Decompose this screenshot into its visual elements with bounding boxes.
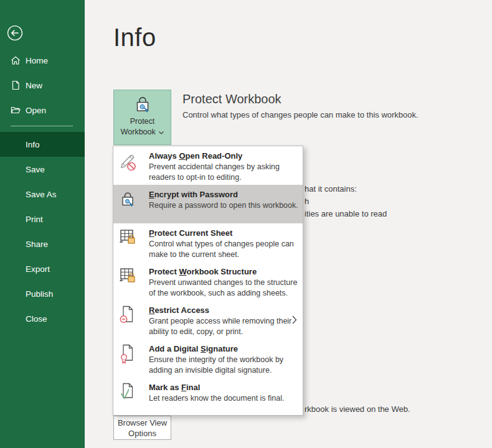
sidebar-item-label: Save As — [26, 190, 57, 199]
backstage-sidebar: Home New Open Info — [0, 0, 85, 448]
page-title: Info — [113, 24, 156, 52]
menu-item-description: readers to opt-in to editing. — [149, 172, 296, 183]
menu-item-description: ability to edit, copy, or print. — [149, 327, 296, 337]
chevron-down-icon — [159, 131, 164, 134]
menu-item-title: Add a Digital Signature — [149, 344, 296, 353]
sidebar-item-publish[interactable]: Publish — [0, 281, 85, 306]
protect-workbook-description: Control what types of changes people can… — [182, 110, 419, 119]
menu-item-always-open-read-only[interactable]: Always Open Read-Only Prevent accidental… — [113, 146, 303, 185]
menu-item-title: Protect Workbook Structure — [149, 267, 296, 276]
menu-item-add-digital-signature[interactable]: Add a Digital Signature Ensure the integ… — [113, 339, 303, 378]
sidebar-item-label: Home — [26, 56, 48, 65]
background-text-fragment: hat it contains: — [305, 184, 357, 194]
sidebar-item-save-as[interactable]: Save As — [0, 182, 85, 207]
menu-item-encrypt-with-password[interactable]: Encrypt with Password Require a password… — [113, 185, 303, 223]
background-text-fragment: ities are unable to read — [305, 209, 387, 218]
menu-item-description: Require a password to open this workbook… — [149, 200, 296, 211]
sidebar-item-label: Info — [26, 140, 40, 149]
submenu-chevron-right-icon — [292, 315, 297, 324]
sidebar-item-open[interactable]: Open — [0, 98, 85, 123]
sidebar-divider — [11, 126, 73, 126]
back-button[interactable] — [7, 25, 23, 41]
sidebar-item-info[interactable]: Info — [0, 132, 85, 157]
sidebar-item-label: Export — [26, 264, 50, 274]
menu-item-title: Mark as Final — [149, 383, 296, 392]
background-text-fragment: h — [305, 197, 309, 206]
menu-item-restrict-access[interactable]: Restrict Access Grant people access whil… — [113, 301, 303, 339]
menu-item-description: Ensure the integrity of the workbook by — [149, 355, 296, 365]
menu-item-description: of the workbook, such as adding sheets. — [149, 288, 296, 299]
new-document-icon — [11, 80, 21, 90]
digital-signature-document-icon — [119, 343, 139, 365]
menu-item-title: Always Open Read-Only — [149, 151, 296, 161]
menu-item-protect-current-sheet[interactable]: Protect Current Sheet Control what types… — [113, 223, 303, 262]
menu-item-mark-as-final[interactable]: Mark as Final Let readers know the docum… — [113, 378, 303, 416]
browser-view-options-label: Browser View — [118, 418, 167, 428]
sidebar-item-home[interactable]: Home — [0, 48, 85, 73]
sidebar-item-label: New — [26, 81, 42, 90]
encrypt-lock-key-icon — [119, 189, 139, 210]
protect-structure-lock-icon — [119, 266, 139, 287]
restrict-access-document-icon — [119, 305, 139, 326]
sidebar-item-label: Close — [26, 314, 47, 324]
menu-item-protect-workbook-structure[interactable]: Protect Workbook Structure Prevent unwan… — [113, 262, 303, 301]
protect-button-label-line2: Workbook — [121, 127, 164, 138]
browser-view-options-label: Options — [128, 428, 156, 439]
background-text-fragment: rkbook is viewed on the Web. — [305, 404, 410, 414]
protect-sheet-lock-icon — [119, 228, 139, 249]
menu-item-description: Let readers know the document is final. — [149, 393, 296, 404]
mark-final-document-icon — [119, 382, 139, 403]
sidebar-item-close[interactable]: Close — [0, 306, 85, 331]
menu-item-description: Control what types of changes people can — [149, 239, 296, 250]
menu-item-description: Prevent unwanted changes to the structur… — [149, 278, 296, 288]
sidebar-item-export[interactable]: Export — [0, 256, 85, 281]
sidebar-item-label: Print — [26, 215, 43, 224]
menu-item-title: Protect Current Sheet — [149, 228, 296, 238]
protect-workbook-button[interactable]: Protect Workbook — [113, 90, 171, 145]
back-arrow-icon — [7, 32, 23, 43]
sidebar-item-label: Publish — [26, 289, 53, 299]
protect-button-label-line1: Protect — [130, 116, 155, 127]
browser-view-options-button[interactable]: Browser View Options — [113, 416, 171, 440]
menu-item-description: adding an invisible digital signature. — [149, 365, 296, 376]
sidebar-item-save[interactable]: Save — [0, 157, 85, 182]
sidebar-item-label: Share — [26, 240, 48, 249]
open-folder-icon — [11, 105, 21, 115]
menu-item-description: make to the current sheet. — [149, 250, 296, 260]
menu-item-title: Encrypt with Password — [149, 190, 296, 199]
sidebar-item-label: Save — [26, 165, 45, 174]
protect-workbook-dropdown-menu: Always Open Read-Only Prevent accidental… — [113, 146, 303, 416]
home-icon — [11, 55, 21, 65]
menu-item-description: Grant people access while removing their — [149, 316, 296, 327]
sidebar-item-print[interactable]: Print — [0, 207, 85, 231]
menu-item-description: Prevent accidental changes by asking — [149, 162, 296, 172]
sidebar-item-new[interactable]: New — [0, 73, 85, 98]
read-only-pencil-icon — [119, 151, 139, 172]
sidebar-item-share[interactable]: Share — [0, 231, 85, 256]
protect-workbook-heading: Protect Workbook — [182, 92, 281, 106]
lock-key-icon — [134, 95, 151, 116]
sidebar-item-label: Open — [26, 106, 46, 115]
menu-item-title: Restrict Access — [149, 306, 296, 315]
